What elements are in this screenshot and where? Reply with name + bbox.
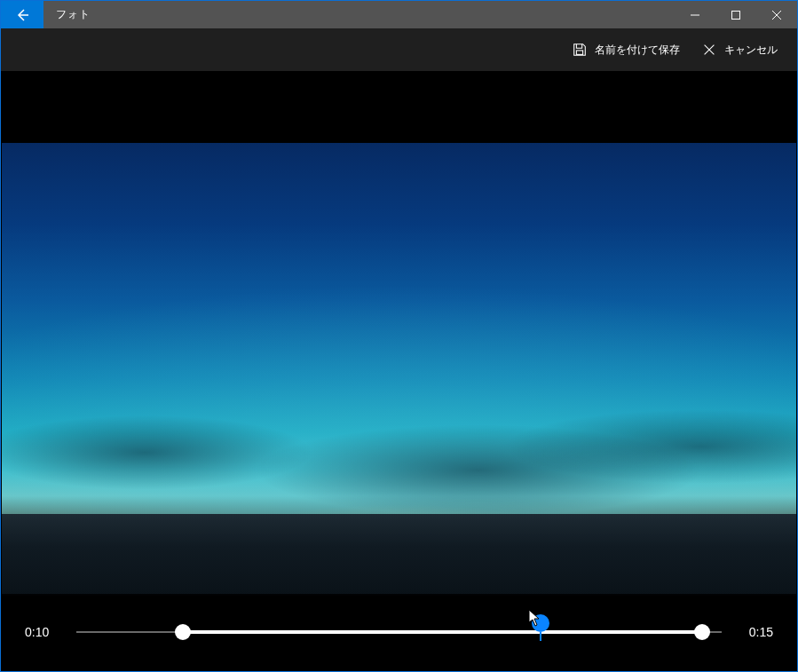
save-as-label: 名前を付けて保存 — [595, 43, 680, 58]
maximize-icon — [731, 11, 740, 20]
save-as-icon — [572, 42, 588, 58]
ground-layer — [2, 514, 796, 596]
maximize-button[interactable] — [715, 1, 756, 28]
titlebar-spacer — [103, 1, 675, 28]
save-as-button[interactable]: 名前を付けて保存 — [561, 28, 691, 71]
app-window: フォト 名前を付けて保存 キャンセル 0:10 — [0, 0, 798, 672]
trim-end-time: 0:15 — [732, 625, 773, 639]
minimize-icon — [691, 11, 699, 20]
cancel-button[interactable]: キャンセル — [691, 28, 788, 71]
svg-rect-0 — [732, 11, 740, 19]
editor-toolbar: 名前を付けて保存 キャンセル — [1, 28, 797, 71]
trim-end-handle[interactable] — [694, 624, 710, 640]
titlebar: フォト — [1, 1, 797, 28]
video-frame — [2, 143, 796, 596]
playhead-handle[interactable] — [532, 614, 549, 632]
minimize-button[interactable] — [675, 1, 715, 28]
trim-track[interactable] — [76, 614, 722, 650]
track-selection — [183, 630, 702, 634]
svg-rect-1 — [576, 51, 582, 55]
arrow-left-icon — [15, 8, 29, 22]
trim-start-handle[interactable] — [175, 624, 191, 640]
trim-controls: 0:10 0:15 — [2, 594, 796, 670]
back-button[interactable] — [1, 1, 43, 28]
video-viewport: 0:10 0:15 — [2, 72, 796, 670]
cloud-layer — [2, 406, 796, 524]
cancel-label: キャンセル — [724, 43, 778, 58]
close-button[interactable] — [756, 1, 797, 28]
close-icon — [772, 11, 781, 20]
trim-start-time: 0:10 — [25, 625, 66, 639]
window-title: フォト — [43, 1, 103, 28]
cancel-icon — [701, 42, 717, 58]
